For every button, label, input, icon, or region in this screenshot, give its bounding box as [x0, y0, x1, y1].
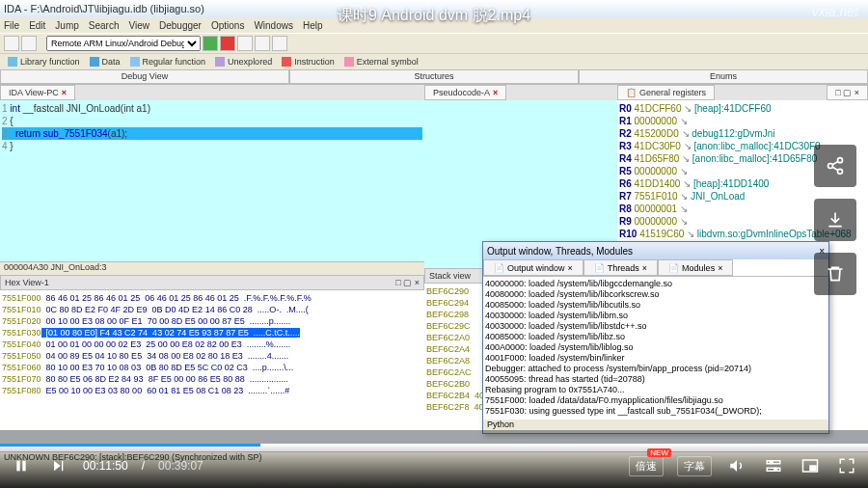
- legend-ext: External symbol: [344, 57, 419, 68]
- output-tabs: 📄 Output window × 📄 Threads × 📄 Modules …: [483, 259, 828, 277]
- ida-toolbar: Remote ARM Linux/Android Debugger: [0, 33, 868, 54]
- hex-view[interactable]: 7551F000 86 46 01 25 86 46 01 25 06 46 0…: [0, 290, 424, 451]
- svg-point-2: [838, 169, 843, 174]
- delete-button[interactable]: [814, 253, 856, 295]
- tab-structures[interactable]: Structures: [289, 69, 579, 84]
- step-into-icon[interactable]: [255, 36, 270, 51]
- mid-panel-tabs: Pseudocode-A×: [424, 85, 617, 100]
- run-icon[interactable]: [203, 36, 218, 51]
- legend-inst: Instruction: [282, 57, 335, 68]
- right-panel-tabs: 📋 General registers □ ▢ ×: [617, 85, 868, 100]
- close-icon[interactable]: ×: [62, 88, 67, 97]
- step-out-icon[interactable]: [272, 36, 287, 51]
- hex-view-title[interactable]: Hex View-1 □ ▢ ×: [0, 275, 424, 290]
- video-controls[interactable]: 00:11:50 / 00:39:07 倍速 NEW 字幕: [0, 444, 868, 488]
- left-column: IDA View-PC× 1 int __fastcall JNI_OnLoad…: [0, 85, 424, 451]
- time-current: 00:11:50: [83, 459, 128, 473]
- stop-icon[interactable]: [220, 36, 235, 51]
- video-title: 课时9 Android dvm 脱2.mp4: [0, 6, 868, 26]
- tab-output[interactable]: 📄 Output window ×: [483, 259, 583, 276]
- speed-button[interactable]: 倍速 NEW: [629, 456, 664, 476]
- side-toolbar: [814, 145, 856, 295]
- windows-taskbar[interactable]: [0, 430, 868, 444]
- tab-ida-view[interactable]: IDA View-PC×: [0, 85, 75, 100]
- top-tabstrip: Debug View Structures Enums: [0, 69, 868, 85]
- time-sep: /: [142, 459, 145, 473]
- svg-point-7: [770, 461, 773, 464]
- legend-unex: Unexplored: [215, 57, 272, 68]
- settings-button[interactable]: [762, 454, 785, 477]
- pseudo-status: 000004A30 JNI_OnLoad:3: [0, 261, 424, 275]
- toolbar-save-icon[interactable]: [21, 36, 37, 51]
- panel-controls[interactable]: □ ▢ ×: [827, 85, 868, 100]
- next-button[interactable]: [46, 454, 69, 477]
- share-button[interactable]: [814, 145, 856, 187]
- legend-lib: Library function: [8, 57, 80, 68]
- svg-rect-4: [22, 461, 25, 472]
- legend-reg: Regular function: [130, 57, 206, 68]
- output-titlebar[interactable]: Output window, Threads, Modules ×: [483, 242, 828, 259]
- legend-bar: Library function Data Regular function U…: [0, 54, 868, 69]
- left-panel-tabs: IDA View-PC×: [0, 85, 424, 100]
- pseudocode-view[interactable]: 1 int __fastcall JNI_OnLoad(int a1)2 {3 …: [0, 100, 424, 261]
- tab-threads[interactable]: 📄 Threads ×: [583, 259, 658, 276]
- svg-rect-3: [16, 461, 19, 472]
- tab-pseudocode[interactable]: Pseudocode-A×: [424, 85, 506, 100]
- new-badge: NEW: [647, 448, 671, 457]
- play-button[interactable]: [10, 454, 33, 477]
- svg-point-0: [838, 158, 843, 163]
- svg-rect-10: [810, 466, 816, 471]
- svg-point-8: [774, 468, 777, 471]
- close-icon[interactable]: ×: [493, 88, 498, 97]
- debugger-select[interactable]: Remote ARM Linux/Android Debugger: [46, 36, 201, 51]
- legend-data: Data: [90, 57, 121, 68]
- svg-point-1: [828, 164, 833, 169]
- tab-modules[interactable]: 📄 Modules ×: [658, 259, 733, 276]
- output-window[interactable]: Output window, Threads, Modules × 📄 Outp…: [482, 241, 829, 434]
- fullscreen-button[interactable]: [835, 454, 858, 477]
- volume-button[interactable]: [725, 454, 748, 477]
- tab-enums[interactable]: Enums: [579, 69, 868, 84]
- tab-registers[interactable]: 📋 General registers: [617, 85, 715, 100]
- toolbar-open-icon[interactable]: [4, 36, 19, 51]
- progress-bar[interactable]: [0, 444, 868, 447]
- output-body[interactable]: 40000000: loaded /system/lib/libgccdeman…: [483, 277, 828, 420]
- time-total: 00:39:07: [158, 459, 203, 473]
- download-button[interactable]: [814, 199, 856, 241]
- tab-debug-view[interactable]: Debug View: [0, 69, 289, 84]
- pip-button[interactable]: [799, 454, 822, 477]
- subtitle-button[interactable]: 字幕: [677, 456, 712, 476]
- step-over-icon[interactable]: [237, 36, 253, 51]
- panel-controls[interactable]: □ ▢ ×: [395, 278, 420, 287]
